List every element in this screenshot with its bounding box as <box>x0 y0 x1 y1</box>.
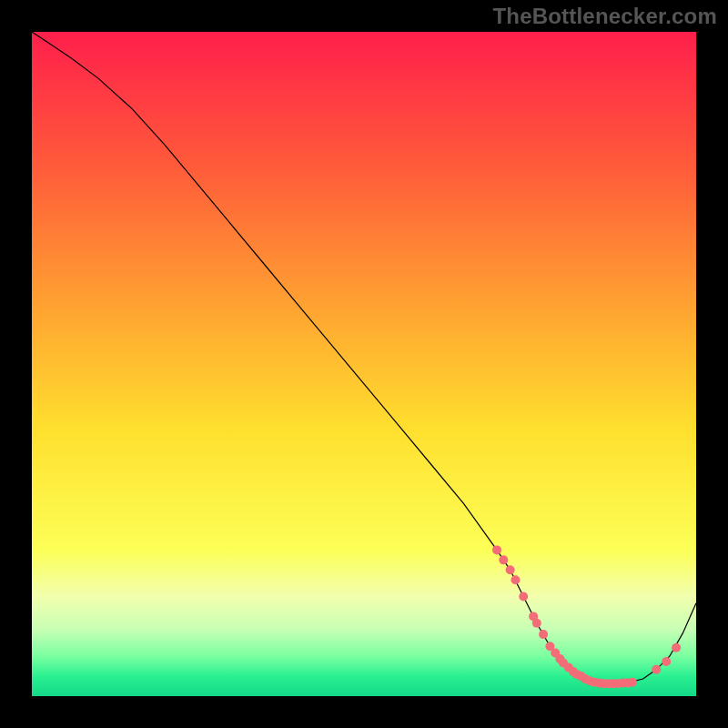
data-point <box>672 643 681 652</box>
plot-svg <box>32 32 696 696</box>
data-point <box>662 657 671 666</box>
data-point <box>519 592 528 602</box>
chart-frame: TheBottlenecker.com <box>0 0 728 728</box>
data-point <box>628 678 637 687</box>
attribution-text: TheBottlenecker.com <box>492 4 717 29</box>
plot-area <box>32 32 696 696</box>
data-point <box>532 619 541 628</box>
data-point <box>511 575 520 584</box>
data-point <box>506 565 515 574</box>
data-point <box>499 555 508 564</box>
gradient-background <box>32 32 696 696</box>
data-point <box>539 630 548 639</box>
data-point <box>492 545 501 554</box>
data-point <box>652 665 661 674</box>
